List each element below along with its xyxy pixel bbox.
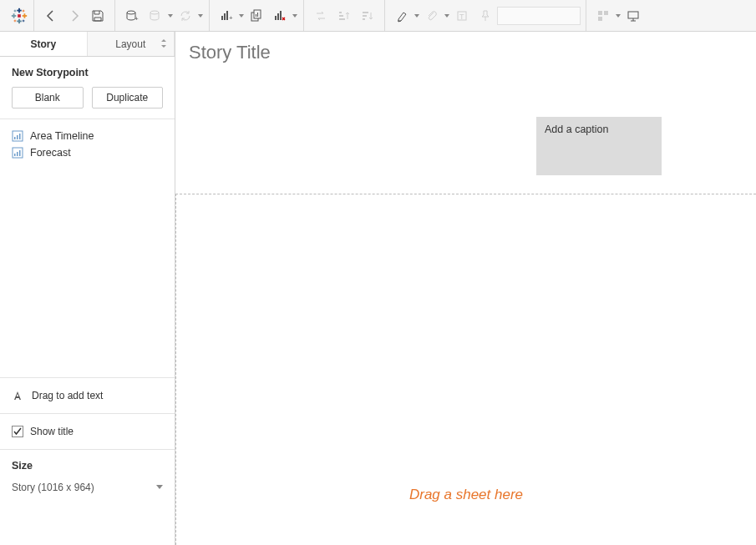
save-button[interactable] — [88, 6, 108, 26]
tab-label: Layout — [115, 38, 145, 50]
show-title-checkbox[interactable] — [12, 426, 23, 437]
new-datasource-button[interactable]: + — [122, 6, 142, 26]
new-storypoint-section: New Storypoint Blank Duplicate — [0, 57, 175, 119]
sheet-label: Forecast — [30, 147, 71, 159]
worksheet-icon — [12, 147, 23, 159]
highlight-dropdown[interactable] — [414, 14, 420, 18]
sort-asc-button[interactable] — [334, 6, 354, 26]
refresh-dropdown[interactable] — [197, 14, 204, 18]
clear-sheet-dropdown[interactable] — [292, 14, 298, 18]
svg-rect-3 — [17, 20, 22, 22]
svg-rect-41 — [598, 17, 602, 21]
svg-rect-8 — [18, 14, 21, 18]
show-title-label: Show title — [30, 426, 74, 437]
svg-rect-33 — [339, 18, 345, 20]
size-select[interactable]: Story (1016 x 964) — [12, 480, 163, 495]
sidebar: Story Layout New Storypoint Blank Duplic… — [0, 32, 175, 545]
toolbar-search-input[interactable] — [497, 7, 581, 25]
pause-updates-dropdown[interactable] — [167, 14, 174, 18]
duplicate-sheet-button[interactable] — [246, 6, 266, 26]
show-me-dropdown[interactable] — [615, 14, 622, 18]
svg-rect-1 — [17, 9, 22, 11]
svg-rect-34 — [363, 12, 368, 13]
svg-point-19 — [150, 11, 159, 14]
attach-dropdown[interactable] — [444, 14, 450, 18]
svg-rect-5 — [13, 13, 15, 18]
svg-rect-12 — [23, 9, 24, 12]
worksheet-icon — [12, 130, 23, 142]
svg-rect-7 — [24, 13, 26, 18]
sheet-label: Area Timeline — [30, 130, 94, 142]
toolbar: + + T — [0, 0, 756, 32]
svg-rect-31 — [339, 12, 342, 13]
svg-rect-46 — [19, 134, 21, 139]
svg-rect-39 — [598, 11, 602, 15]
drag-text-label: Drag to add text — [32, 390, 103, 401]
pin-button[interactable] — [475, 6, 495, 26]
tab-label: Story — [30, 38, 56, 50]
button-label: Duplicate — [106, 92, 148, 103]
pause-updates-button[interactable] — [145, 6, 165, 26]
svg-rect-10 — [15, 9, 16, 12]
refresh-button[interactable] — [175, 6, 195, 26]
back-button[interactable] — [41, 6, 61, 26]
clear-sheet-button[interactable] — [270, 6, 290, 26]
svg-rect-44 — [14, 137, 16, 139]
svg-rect-28 — [275, 16, 277, 20]
svg-rect-20 — [221, 16, 223, 20]
svg-rect-40 — [604, 11, 608, 15]
sort-icon — [160, 38, 167, 50]
sidebar-tabs: Story Layout — [0, 32, 175, 57]
new-worksheet-dropdown[interactable] — [238, 14, 245, 18]
text-icon — [12, 390, 23, 401]
svg-point-17 — [127, 11, 135, 14]
svg-rect-36 — [363, 18, 365, 20]
show-title-row[interactable]: Show title — [0, 414, 175, 450]
svg-text:+: + — [229, 14, 233, 22]
presentation-button[interactable] — [623, 6, 643, 26]
duplicate-button[interactable]: Duplicate — [92, 87, 164, 108]
story-title[interactable]: Story Title — [189, 42, 743, 63]
tab-story[interactable]: Story — [0, 32, 88, 56]
highlight-button[interactable] — [392, 6, 412, 26]
tableau-logo — [10, 7, 28, 25]
svg-rect-29 — [277, 13, 279, 20]
chevron-down-icon — [156, 485, 163, 490]
sheet-list: Area Timeline Forecast — [0, 119, 175, 378]
svg-rect-30 — [280, 11, 282, 20]
attach-button[interactable] — [422, 6, 442, 26]
new-worksheet-button[interactable]: + — [216, 6, 236, 26]
size-title: Size — [12, 460, 163, 472]
label-button[interactable]: T — [452, 6, 472, 26]
svg-text:+: + — [134, 15, 139, 23]
sheet-drop-zone[interactable]: Drag a sheet here — [175, 194, 756, 545]
sheet-item-forecast[interactable]: Forecast — [12, 144, 163, 161]
svg-rect-14 — [15, 19, 16, 22]
size-section: Size Story (1016 x 964) — [0, 450, 175, 505]
section-title: New Storypoint — [12, 67, 163, 78]
show-me-button[interactable] — [593, 6, 613, 26]
svg-rect-42 — [628, 12, 638, 18]
drag-to-add-text[interactable]: Drag to add text — [0, 378, 175, 414]
sheet-item-area-timeline[interactable]: Area Timeline — [12, 128, 163, 144]
svg-rect-48 — [14, 154, 16, 156]
check-icon — [13, 427, 22, 436]
swap-button[interactable] — [311, 6, 331, 26]
caption-box[interactable]: Add a caption — [536, 117, 662, 175]
svg-rect-22 — [226, 11, 228, 20]
story-canvas: Story Title Add a caption Drag a sheet h… — [175, 32, 756, 545]
svg-rect-32 — [339, 15, 343, 17]
svg-rect-45 — [17, 135, 18, 139]
forward-button[interactable] — [64, 6, 84, 26]
button-label: Blank — [35, 92, 60, 103]
svg-rect-50 — [19, 150, 21, 156]
svg-text:T: T — [459, 13, 464, 21]
svg-rect-26 — [256, 14, 256, 17]
blank-button[interactable]: Blank — [12, 87, 84, 108]
main: Story Layout New Storypoint Blank Duplic… — [0, 32, 756, 545]
sort-desc-button[interactable] — [358, 6, 378, 26]
svg-rect-49 — [17, 152, 18, 156]
tab-layout[interactable]: Layout — [88, 32, 175, 56]
svg-rect-16 — [23, 19, 24, 22]
svg-rect-35 — [363, 15, 367, 17]
